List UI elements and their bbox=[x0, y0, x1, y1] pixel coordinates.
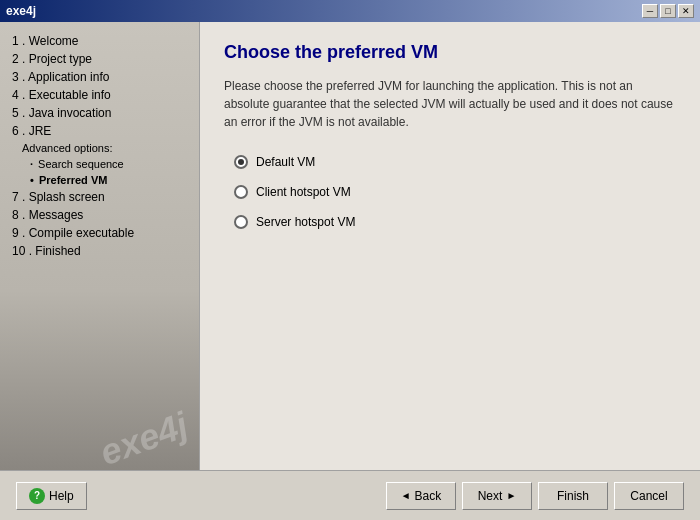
help-button[interactable]: ? Help bbox=[16, 482, 87, 510]
cancel-button[interactable]: Cancel bbox=[614, 482, 684, 510]
radio-label-client-hotspot: Client hotspot VM bbox=[256, 185, 351, 199]
sidebar-item-jre[interactable]: 6 . JRE bbox=[8, 122, 191, 140]
radio-server-hotspot-vm[interactable]: Server hotspot VM bbox=[234, 215, 676, 229]
sidebar: exe4j 1 . Welcome 2 . Project type 3 . A… bbox=[0, 22, 200, 470]
back-button[interactable]: ◄ Back bbox=[386, 482, 456, 510]
radio-label-default-vm: Default VM bbox=[256, 155, 315, 169]
maximize-button[interactable]: □ bbox=[660, 4, 676, 18]
title-bar-buttons: ─ □ ✕ bbox=[642, 4, 694, 18]
minimize-button[interactable]: ─ bbox=[642, 4, 658, 18]
title-bar-title: exe4j bbox=[6, 4, 36, 18]
sidebar-watermark: exe4j bbox=[94, 404, 193, 470]
sidebar-item-splash-screen[interactable]: 7 . Splash screen bbox=[8, 188, 191, 206]
title-bar: exe4j ─ □ ✕ bbox=[0, 0, 700, 22]
radio-client-hotspot-vm[interactable]: Client hotspot VM bbox=[234, 185, 676, 199]
page-title: Choose the preferred VM bbox=[224, 42, 676, 63]
close-button[interactable]: ✕ bbox=[678, 4, 694, 18]
footer: ? Help ◄ Back Next ► Finish Cancel bbox=[0, 470, 700, 520]
sidebar-item-executable-info[interactable]: 4 . Executable info bbox=[8, 86, 191, 104]
radio-circle-default-vm bbox=[234, 155, 248, 169]
next-button[interactable]: Next ► bbox=[462, 482, 532, 510]
sidebar-item-project-type[interactable]: 2 . Project type bbox=[8, 50, 191, 68]
sidebar-item-advanced-options: Advanced options: bbox=[8, 140, 191, 156]
sidebar-item-welcome[interactable]: 1 . Welcome bbox=[8, 32, 191, 50]
content-area: Choose the preferred VM Please choose th… bbox=[200, 22, 700, 470]
help-icon: ? bbox=[29, 488, 45, 504]
sidebar-item-java-invocation[interactable]: 5 . Java invocation bbox=[8, 104, 191, 122]
sidebar-item-preferred-vm[interactable]: • Preferred VM bbox=[8, 172, 191, 188]
back-arrow-icon: ◄ bbox=[401, 490, 411, 501]
main-area: exe4j 1 . Welcome 2 . Project type 3 . A… bbox=[0, 22, 700, 470]
sidebar-item-finished[interactable]: 10 . Finished bbox=[8, 242, 191, 260]
vm-radio-group: Default VM Client hotspot VM Server hots… bbox=[224, 155, 676, 229]
sidebar-item-application-info[interactable]: 3 . Application info bbox=[8, 68, 191, 86]
sidebar-item-messages[interactable]: 8 . Messages bbox=[8, 206, 191, 224]
finish-button[interactable]: Finish bbox=[538, 482, 608, 510]
radio-circle-client-hotspot bbox=[234, 185, 248, 199]
sidebar-item-compile-executable[interactable]: 9 . Compile executable bbox=[8, 224, 191, 242]
radio-default-vm[interactable]: Default VM bbox=[234, 155, 676, 169]
radio-circle-server-hotspot bbox=[234, 215, 248, 229]
sidebar-item-search-sequence[interactable]: · Search sequence bbox=[8, 156, 191, 172]
page-description: Please choose the preferred JVM for laun… bbox=[224, 77, 676, 131]
next-arrow-icon: ► bbox=[506, 490, 516, 501]
radio-label-server-hotspot: Server hotspot VM bbox=[256, 215, 355, 229]
